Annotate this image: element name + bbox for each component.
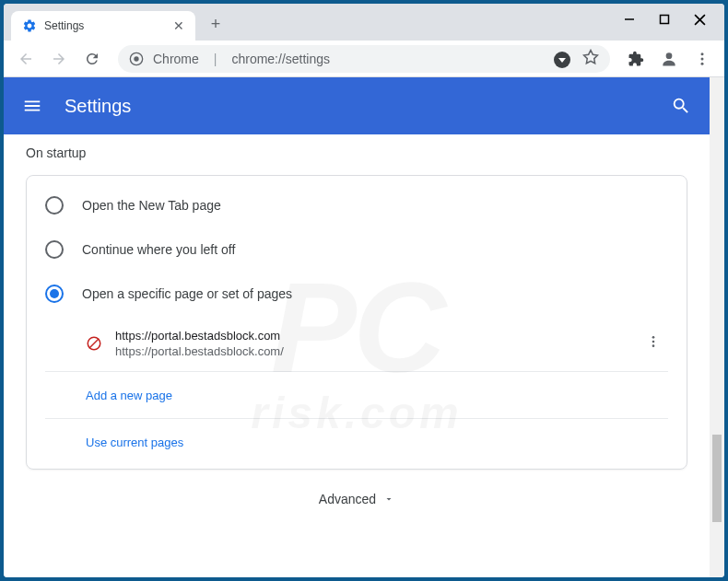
startup-card: Open the New Tab page Continue where you… <box>26 175 687 470</box>
chrome-icon <box>129 52 144 66</box>
back-button[interactable] <box>11 44 41 74</box>
page-more-icon[interactable] <box>639 327 668 360</box>
svg-point-9 <box>701 62 704 64</box>
startup-page-entry: https://portal.bestadsblock.com https://… <box>45 316 668 372</box>
startup-page-title: https://portal.bestadsblock.com <box>115 329 626 343</box>
reload-button[interactable] <box>77 44 107 74</box>
radio-label: Open a specific page or set of pages <box>82 286 292 301</box>
radio-new-tab[interactable]: Open the New Tab page <box>45 183 668 227</box>
omnibox[interactable]: Chrome | chrome://settings <box>118 45 610 73</box>
omnibox-origin: Chrome <box>153 52 199 66</box>
toolbar: Chrome | chrome://settings <box>4 41 724 77</box>
page-favicon <box>86 335 102 352</box>
svg-point-13 <box>652 341 655 343</box>
svg-point-14 <box>652 344 655 347</box>
bookmark-star-icon[interactable] <box>582 49 599 68</box>
section-title: On startup <box>26 145 687 160</box>
advanced-toggle[interactable]: Advanced <box>26 470 687 514</box>
radio-label: Continue where you left off <box>82 242 235 257</box>
minimize-button[interactable] <box>623 13 636 26</box>
forward-button[interactable] <box>44 44 74 74</box>
browser-tab[interactable]: Settings ✕ <box>11 11 195 41</box>
radio-continue[interactable]: Continue where you left off <box>45 227 668 272</box>
radio-specific-pages[interactable]: Open a specific page or set of pages <box>45 272 668 316</box>
advanced-label: Advanced <box>319 492 376 506</box>
radio-icon <box>45 196 64 215</box>
chevron-down-icon <box>383 494 394 505</box>
svg-point-8 <box>701 57 704 60</box>
svg-line-11 <box>89 339 100 349</box>
page-title: Settings <box>65 96 649 117</box>
profile-icon[interactable] <box>654 44 684 74</box>
svg-rect-1 <box>661 16 669 24</box>
svg-point-12 <box>652 336 655 339</box>
scroll-thumb[interactable] <box>712 435 722 522</box>
svg-point-7 <box>701 52 704 55</box>
extensions-icon[interactable] <box>621 44 651 74</box>
omnibox-divider: | <box>214 52 217 66</box>
add-page-link[interactable]: Add a new page <box>86 389 172 402</box>
svg-point-6 <box>666 52 673 59</box>
unknown-circle-icon[interactable] <box>547 45 577 75</box>
startup-page-url: https://portal.bestadsblock.com/ <box>115 344 626 358</box>
radio-icon <box>45 285 64 303</box>
titlebar: Settings ✕ + <box>4 4 724 41</box>
gear-icon <box>22 18 37 33</box>
radio-icon <box>45 240 64 259</box>
new-tab-button[interactable]: + <box>203 11 229 37</box>
use-current-pages-link[interactable]: Use current pages <box>86 436 183 449</box>
search-icon[interactable] <box>671 96 691 116</box>
settings-header: Settings <box>4 77 710 134</box>
window-close-button[interactable] <box>693 13 706 26</box>
chrome-menu-icon[interactable] <box>687 44 717 74</box>
scrollbar[interactable] <box>710 77 724 577</box>
omnibox-url: chrome://settings <box>231 52 330 66</box>
maximize-button[interactable] <box>658 13 671 26</box>
hamburger-icon[interactable] <box>22 96 42 116</box>
svg-point-5 <box>134 56 138 61</box>
close-icon[interactable]: ✕ <box>173 18 184 33</box>
tab-title: Settings <box>44 19 84 32</box>
settings-content: PC risk.com Settings On startup Open the… <box>4 77 710 577</box>
radio-label: Open the New Tab page <box>82 198 221 213</box>
